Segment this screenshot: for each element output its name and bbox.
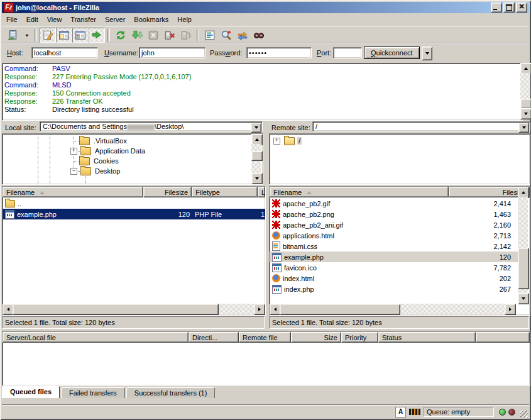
scrollbar-thumb[interactable] [280,304,400,315]
menu-server[interactable]: Server [101,14,129,25]
queue-column-status[interactable]: Status [378,332,476,343]
minus-expander-icon[interactable] [70,168,77,175]
site-manager-dropdown-icon[interactable] [21,28,32,43]
password-label: Password: [210,49,242,57]
log-line-label: Command: [4,65,52,73]
scroll-down-icon[interactable] [251,173,263,184]
username-input[interactable] [139,47,205,58]
remote-list-scrollbar[interactable] [518,187,528,303]
quickconnect-button[interactable]: Quickconnect [364,47,420,59]
file-row[interactable]: index.html202 [270,273,530,284]
filename-text: apache_pb2_ani.gif [283,221,343,229]
file-row[interactable]: example.php120PHP File1 [3,209,265,219]
plus-expander-icon[interactable] [273,138,280,145]
tree-item--virtualbox[interactable]: .VirtualBox [70,136,128,146]
log-line-text: 227 Entering Passive Mode (127,0,0,1,6,1… [52,73,191,81]
resize-grip[interactable] [520,411,528,418]
menu-help[interactable]: Help [173,14,196,25]
menu-bar: FileEditViewTransferServerBookmarksHelp [2,13,529,26]
synchronized-browsing-icon[interactable] [234,28,251,43]
toggle-local-tree-icon[interactable] [56,28,72,43]
scrollbar-thumb[interactable] [251,151,263,161]
process-queue-icon[interactable] [129,28,145,43]
filesize-cell: 2,414 [449,198,513,209]
host-input[interactable] [31,47,98,58]
password-input[interactable] [246,47,312,58]
tab-queued-files[interactable]: Queued files [2,386,60,398]
quickconnect-dropdown-icon[interactable] [422,47,432,60]
toggle-message-log-icon[interactable] [40,28,56,43]
toggle-transfer-queue-icon[interactable] [89,28,105,43]
remote-hscrollbar[interactable] [270,304,515,314]
local-tree-scrollbar[interactable] [251,134,261,183]
menu-view[interactable]: View [43,14,67,25]
log-scrollbar[interactable] [520,63,530,118]
message-log: Command:PASVResponse:227 Entering Passiv… [2,63,523,121]
file-row[interactable]: .. [3,198,265,209]
reconnect-icon[interactable] [178,28,194,43]
site-manager-icon[interactable] [4,28,21,43]
find-files-icon[interactable] [251,28,267,43]
file-row[interactable]: apache_pb2.gif2,414 [270,198,530,209]
file-row[interactable]: example.php120 [270,251,530,262]
file-row[interactable]: apache_pb2.png1,463 [270,209,530,219]
tree-item-label: / [297,137,302,145]
filter-icon[interactable] [202,28,218,43]
scroll-right-icon[interactable] [505,304,516,315]
tree-item-cookies[interactable]: Cookies [70,156,120,166]
remote-site-combobox[interactable]: / [312,121,530,131]
disconnect-icon[interactable] [161,28,178,43]
cancel-operation-icon[interactable] [145,28,161,43]
queue-column-priority[interactable]: Priority [341,332,378,343]
local-site-dropdown-icon[interactable] [251,123,261,133]
tree-item-root[interactable]: / [273,136,302,146]
php-file-icon [272,285,282,294]
column-header-filesize[interactable]: Filesize [143,187,192,197]
file-row[interactable]: bitnami.css2,142 [270,241,530,251]
scrollbar-thumb[interactable] [13,304,219,315]
file-row[interactable]: applications.html2,713 [270,230,530,241]
maximize-icon[interactable] [503,3,515,13]
tree-item-application-data[interactable]: Application Data [70,146,146,156]
refresh-icon[interactable] [112,28,129,43]
column-header-label: Size [324,334,337,341]
queue-column-directi[interactable]: Directi... [189,332,239,343]
tab-successful-transfers-1-[interactable]: Successful transfers (1) [126,387,216,398]
column-header-filetype[interactable]: Filetype [192,187,258,197]
menu-bookmarks[interactable]: Bookmarks [129,14,173,25]
queue-column-remotefile[interactable]: Remote file [239,332,291,343]
filename-cell: favicon.ico [270,262,449,273]
file-row[interactable]: index.php267 [270,284,530,294]
scrollbar-thumb[interactable] [520,99,531,109]
queue-column-serverlocalfile[interactable]: Server/Local file [3,332,189,343]
column-header-filename[interactable]: Filename [3,187,143,197]
local-hscrollbar[interactable] [3,304,264,314]
plus-expander-icon[interactable] [70,148,77,155]
file-row[interactable]: apache_pb2_ani.gif2,160 [270,219,530,230]
close-icon[interactable] [516,3,527,13]
column-header-l[interactable]: L [258,187,265,197]
tree-item-desktop[interactable]: Desktop [70,166,121,176]
menu-transfer[interactable]: Transfer [66,14,101,25]
menu-edit[interactable]: Edit [22,14,43,25]
scrollbar-thumb[interactable] [518,248,529,289]
toggle-remote-tree-icon[interactable] [72,28,89,43]
directory-comparison-icon[interactable] [218,28,234,43]
scroll-down-icon[interactable] [518,293,529,304]
queue-column-size[interactable]: Size [291,332,341,343]
menu-file[interactable]: File [2,14,22,25]
scroll-right-icon[interactable] [254,304,265,315]
column-header-filename[interactable]: Filename [270,187,449,197]
file-row[interactable]: favicon.ico7,782 [270,262,530,273]
scroll-down-icon[interactable] [520,108,531,119]
speed-limit-icon[interactable] [409,407,420,416]
minimize-icon[interactable] [491,3,502,13]
local-site-combobox[interactable]: C:\Documents and Settings\Desktop\ [40,121,263,131]
column-header-label: Server/Local file [6,334,56,341]
tree-item-label: Cookies [92,157,120,165]
port-input[interactable] [333,47,362,58]
tab-failed-transfers[interactable]: Failed transfers [61,387,125,398]
title-bar[interactable]: Fz john@localhost - FileZilla [2,2,529,13]
transfer-type-icon[interactable]: A [395,407,406,417]
remote-site-dropdown-icon[interactable] [518,123,529,133]
